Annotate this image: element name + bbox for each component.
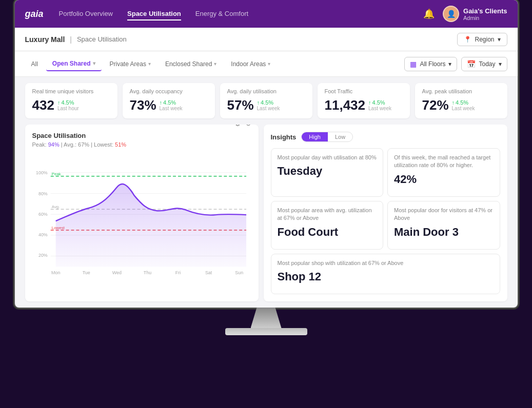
filter-bar: All Open Shared ▾ Private Areas ▾ Enclos… (15, 51, 518, 77)
nav-right: 🔔 👤 Gaia's Clients Admin (423, 6, 507, 22)
insight-card-popular-area: Most popular area with avg. utilization … (271, 201, 384, 250)
chevron-down-icon: ▾ (268, 61, 270, 67)
chevron-down-icon: ▾ (148, 61, 151, 67)
chart-toolbar: ⚙ ↻ (234, 125, 251, 128)
monitor-frame: gaia Portfolio Overview Space Utilisatio… (0, 0, 532, 408)
chevron-down-icon: ▾ (93, 60, 95, 66)
filter-indoor-areas-label: Indoor Areas (231, 60, 266, 68)
metrics-row: Real time unique visitors 432 ↑ 4.5% Las… (15, 77, 518, 125)
filter-open-shared-label: Open Shared (52, 60, 91, 67)
peak-label: Peak: (32, 141, 48, 148)
logo: gaia (25, 9, 44, 19)
monitor-base (225, 328, 307, 335)
peak-value: 94% (48, 141, 60, 148)
breadcrumb-separator: | (70, 35, 72, 44)
insight-label: Most popular area with avg. utilization … (278, 207, 377, 222)
metric-unique-visitors: Real time unique visitors 432 ↑ 4.5% Las… (25, 83, 117, 118)
chevron-down-icon: ▾ (448, 60, 451, 68)
chevron-down-icon: ▾ (214, 61, 216, 67)
screen: gaia Portfolio Overview Space Utilisatio… (15, 0, 518, 308)
insights-panel: Insights High Low Most popular day with … (264, 125, 507, 301)
filter-icon[interactable]: ⚙ (234, 125, 241, 128)
filter-right-controls: ▦ All Floors ▾ 📅 Today ▾ (404, 57, 507, 71)
insight-label: Most popular door for visitors at 47% or… (394, 207, 494, 222)
chart-area: 100% 80% 60% 40% 20% Peak (32, 153, 251, 294)
metric-value: 11,432 (325, 97, 366, 113)
chevron-down-icon: ▾ (498, 36, 501, 43)
metric-label: Avg. peak utilisation (422, 88, 500, 94)
filter-tab-open-shared[interactable]: Open Shared ▾ (46, 57, 102, 71)
svg-text:80%: 80% (38, 191, 47, 196)
metric-label: Real time unique visitors (32, 88, 110, 94)
filter-enclosed-shared-label: Enclosed Shared (165, 60, 212, 68)
metric-change-row: 432 ↑ 4.5% Last hour (32, 97, 110, 113)
svg-text:Peak: Peak (51, 172, 61, 176)
chart-svg: 100% 80% 60% 40% 20% Peak (32, 153, 251, 294)
insight-label: Most popular day with utilisation at 80% (278, 154, 377, 161)
nav-bar: gaia Portfolio Overview Space Utilisatio… (15, 0, 518, 28)
svg-text:Sat: Sat (205, 270, 212, 275)
metric-change-row: 57% ↑ 4.5% Last week (227, 97, 305, 113)
chart-panel: Space Utilisation Peak: 94% | Avg.: 67% … (25, 125, 259, 301)
lowest-label: Lowest: (94, 141, 115, 148)
nav-space-utilisation[interactable]: Space Utilisation (127, 8, 181, 21)
metric-value: 73% (130, 97, 156, 113)
insight-value: Tuesday (278, 165, 377, 178)
calendar-icon: 📅 (467, 60, 476, 68)
metric-label: Avg. daily utilisation (227, 88, 305, 94)
insight-card-popular-day: Most popular day with utilisation at 80%… (271, 148, 384, 197)
insights-tabs: High Low (301, 132, 353, 142)
user-role: Admin (463, 15, 507, 21)
insights-tab-low[interactable]: Low (328, 132, 352, 141)
metric-change: ↑ 4.5% (160, 99, 183, 106)
breadcrumb-site: Luxury Mall (25, 35, 65, 44)
date-label: Today (479, 60, 495, 68)
nav-links: Portfolio Overview Space Utilisation Ene… (59, 8, 424, 21)
nav-user: 👤 Gaia's Clients Admin (443, 6, 507, 22)
chevron-down-icon: ▾ (499, 60, 502, 68)
filter-tab-enclosed-shared[interactable]: Enclosed Shared ▾ (159, 57, 223, 71)
metric-value: 432 (32, 97, 54, 113)
metric-period: Last week (452, 106, 475, 111)
insight-value: 42% (394, 173, 494, 186)
filter-tab-private-areas[interactable]: Private Areas ▾ (104, 57, 157, 71)
region-button[interactable]: 📍 Region ▾ (457, 33, 507, 46)
metric-change: ↑ 4.5% (257, 99, 280, 106)
floor-dropdown[interactable]: ▦ All Floors ▾ (404, 57, 457, 71)
refresh-icon[interactable]: ↻ (245, 125, 251, 128)
nav-energy-comfort[interactable]: Energy & Comfort (195, 8, 248, 21)
bell-icon[interactable]: 🔔 (423, 8, 435, 19)
lowest-value: 51% (115, 141, 126, 148)
insights-tab-high[interactable]: High (302, 132, 328, 141)
breadcrumb-page: Space Utilisation (77, 35, 458, 43)
metric-foot-traffic: Foot Traffic 11,432 ↑ 4.5% Last week (318, 83, 410, 118)
metric-period: Last week (257, 106, 280, 111)
metric-daily-utilisation: Avg. daily utilisation 57% ↑ 4.5% Last w… (220, 83, 312, 118)
svg-text:40%: 40% (38, 232, 47, 237)
filter-tab-indoor-areas[interactable]: Indoor Areas ▾ (225, 57, 277, 71)
metric-change-row: 11,432 ↑ 4.5% Last week (325, 97, 403, 113)
insights-title: Insights (271, 133, 297, 141)
chart-title: Space Utilisation (32, 132, 127, 139)
metric-label: Avg. daily occupancy (130, 88, 208, 94)
date-dropdown[interactable]: 📅 Today ▾ (461, 57, 507, 71)
metric-change: ↑ 4.5% (57, 99, 79, 106)
insight-value: Main Door 3 (394, 226, 494, 239)
filter-all-label: All (31, 60, 38, 68)
nav-portfolio-overview[interactable]: Portfolio Overview (59, 8, 113, 21)
metric-period: Last hour (57, 106, 79, 111)
region-label: Region (475, 36, 494, 43)
main-content: Space Utilisation Peak: 94% | Avg.: 67% … (15, 125, 518, 308)
svg-text:Thu: Thu (143, 270, 151, 275)
filter-tab-all[interactable]: All (25, 57, 44, 71)
insight-value: Shop 12 (278, 270, 494, 283)
metric-change-row: 73% ↑ 4.5% Last week (130, 97, 208, 113)
insight-value: Food Court (278, 226, 377, 239)
svg-text:Wed: Wed (112, 270, 121, 275)
metric-period: Last week (368, 106, 391, 111)
svg-text:Mon: Mon (51, 270, 60, 275)
floors-icon: ▦ (410, 60, 417, 68)
insight-card-target-rate: Of this week, the mall reached a target … (387, 148, 500, 197)
metric-daily-occupancy: Avg. daily occupancy 73% ↑ 4.5% Last wee… (123, 83, 215, 118)
svg-text:Tue: Tue (82, 270, 90, 275)
